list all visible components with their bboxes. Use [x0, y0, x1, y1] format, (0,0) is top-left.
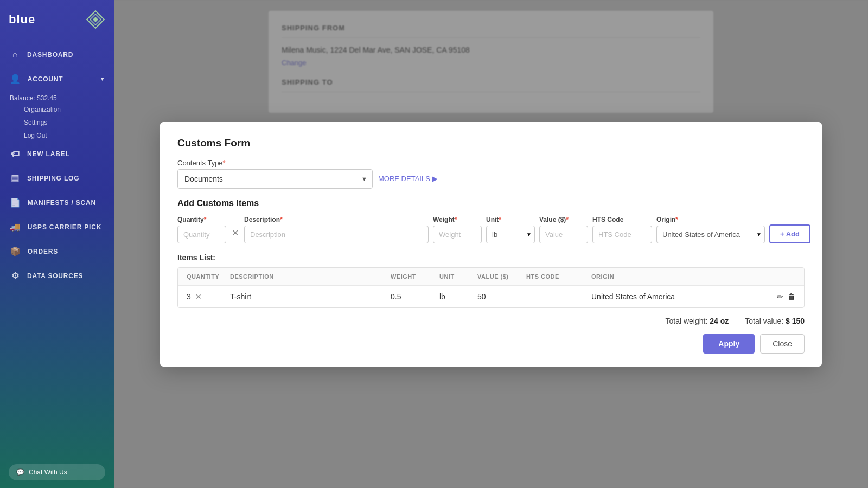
total-weight: Total weight: 24 oz — [666, 317, 729, 325]
sidebar-balance: Balance: $32.45 — [0, 91, 114, 103]
weight-field-group: Weight* — [433, 216, 482, 243]
sidebar-item-label: ORDERS — [28, 248, 58, 255]
add-item-button[interactable]: + Add — [769, 224, 810, 243]
unit-select[interactable]: lb oz kg g — [486, 226, 535, 243]
row-clear-button[interactable]: ✕ — [195, 292, 202, 301]
chat-button[interactable]: 💬 Chat With Us — [9, 464, 105, 480]
delete-row-button[interactable]: 🗑 — [788, 292, 795, 301]
sidebar-item-shipping-log[interactable]: ▤ SHIPPING LOG — [0, 166, 114, 190]
sidebar-sub-organization[interactable]: Organization — [0, 103, 114, 116]
sidebar-sub-logout[interactable]: Log Out — [0, 129, 114, 142]
main-content: SHIPPING FROM Milena Music, 1224 Del Mar… — [114, 0, 868, 488]
col-description: DESCRIPTION — [230, 273, 391, 280]
contents-type-select-wrap: Documents Gift Merchandise Returned Good… — [177, 169, 373, 189]
sidebar-item-usps-carrier[interactable]: 🚚 USPS CARRIER PICK — [0, 215, 114, 239]
chevron-right-icon: ▶ — [432, 175, 438, 183]
weight-label: Weight* — [433, 216, 482, 223]
sidebar-sub-settings[interactable]: Settings — [0, 116, 114, 129]
row-quantity: 3 ✕ — [187, 292, 230, 301]
data-sources-icon: ⚙ — [10, 271, 21, 281]
chat-icon: 💬 — [16, 468, 24, 476]
row-description: T-shirt — [230, 292, 391, 301]
contents-type-select[interactable]: Documents Gift Merchandise Returned Good… — [177, 169, 373, 189]
value-input[interactable] — [539, 226, 588, 243]
total-value: Total value: $ 150 — [745, 317, 805, 325]
modal-footer: Apply Close — [177, 334, 805, 354]
weight-input[interactable] — [433, 226, 482, 243]
description-label: Description* — [244, 216, 429, 223]
quantity-label: Quantity* — [177, 216, 226, 223]
modal-overlay: Customs Form Contents Type* Documents Gi… — [114, 0, 868, 488]
log-icon: ▤ — [10, 173, 21, 183]
sidebar-item-label: ACCOUNT — [28, 75, 63, 83]
value-label: Value ($)* — [539, 216, 588, 223]
quantity-field-group: Quantity* — [177, 216, 226, 243]
sidebar-item-label: MANIFESTS / SCAN — [28, 199, 96, 207]
items-table: QUANTITY DESCRIPTION WEIGHT UNIT VALUE (… — [177, 267, 805, 308]
carrier-icon: 🚚 — [10, 222, 21, 232]
chat-label: Chat With Us — [29, 468, 67, 476]
items-list-title: Items List: — [177, 253, 805, 262]
col-hts-code: HTS CODE — [526, 273, 591, 280]
hts-code-label: HTS Code — [592, 216, 652, 223]
hts-code-field-group: HTS Code — [592, 216, 652, 243]
add-items-form: Quantity* ✕ Description* Weight* — [177, 216, 805, 243]
row-actions: ✏ 🗑 — [752, 292, 795, 301]
description-field-group: Description* — [244, 216, 429, 243]
sidebar-item-label: DATA SOURCES — [27, 272, 83, 280]
sidebar-item-label: NEW LABEL — [27, 150, 70, 158]
svg-marker-2 — [93, 17, 98, 22]
quantity-input[interactable] — [177, 226, 226, 243]
col-quantity: QUANTITY — [187, 273, 230, 280]
col-actions — [752, 273, 795, 280]
unit-label: Unit* — [486, 216, 535, 223]
contents-type-section: Contents Type* Documents Gift Merchandis… — [177, 159, 805, 189]
hts-code-input[interactable] — [592, 226, 652, 243]
customs-form-modal: Customs Form Contents Type* Documents Gi… — [160, 122, 822, 367]
chevron-down-icon: ▾ — [101, 76, 104, 82]
sidebar-bottom: 💬 Chat With Us — [0, 457, 114, 488]
value-field-group: Value ($)* — [539, 216, 588, 243]
account-icon: 👤 — [10, 74, 21, 84]
sidebar-item-dashboard[interactable]: ⌂ DASHBOARD — [0, 43, 114, 67]
dashboard-icon: ⌂ — [10, 50, 21, 60]
row-weight: 0.5 — [391, 292, 439, 301]
sidebar-item-label: SHIPPING LOG — [27, 175, 79, 182]
sidebar-item-label: USPS CARRIER PICK — [28, 223, 101, 231]
orders-icon: 📦 — [10, 246, 21, 256]
origin-label: Origin* — [656, 216, 765, 223]
label-icon: 🏷 — [10, 149, 21, 159]
apply-button[interactable]: Apply — [703, 334, 755, 354]
sidebar-item-label: DASHBOARD — [27, 51, 73, 59]
col-origin: ORIGIN — [591, 273, 752, 280]
unit-field-group: Unit* lb oz kg g ▼ — [486, 216, 535, 243]
edit-row-button[interactable]: ✏ — [777, 292, 783, 301]
sidebar-logo: blue — [9, 12, 35, 27]
manifests-icon: 📄 — [10, 197, 21, 208]
row-unit: lb — [439, 292, 477, 301]
add-customs-items-title: Add Customs Items — [177, 198, 805, 208]
row-origin: United States of America — [591, 292, 752, 301]
quantity-value: 3 — [187, 292, 191, 301]
sidebar-item-new-label[interactable]: 🏷 NEW LABEL — [0, 142, 114, 166]
sidebar-item-data-sources[interactable]: ⚙ DATA SOURCES — [0, 264, 114, 288]
totals-row: Total weight: 24 oz Total value: $ 150 — [177, 317, 805, 325]
sidebar-nav: ⌂ DASHBOARD 👤 ACCOUNT ▾ Balance: $32.45 … — [0, 37, 114, 457]
sidebar-header: blue — [0, 0, 114, 37]
clear-quantity-button[interactable]: ✕ — [231, 223, 240, 242]
origin-field-group: Origin* United States of America Canada … — [656, 216, 765, 243]
close-button[interactable]: Close — [760, 334, 805, 354]
contents-type-label: Contents Type* — [177, 159, 805, 167]
sidebar-item-account[interactable]: 👤 ACCOUNT ▾ — [0, 67, 114, 91]
row-value: 50 — [477, 292, 526, 301]
table-row: 3 ✕ T-shirt 0.5 lb 50 United States of A… — [178, 286, 804, 307]
description-input[interactable] — [244, 226, 429, 243]
sidebar-item-orders[interactable]: 📦 ORDERS — [0, 239, 114, 264]
modal-title: Customs Form — [177, 137, 805, 149]
sidebar: blue ⌂ DASHBOARD 👤 ACCOUNT ▾ Balance: $3… — [0, 0, 114, 488]
col-unit: UNIT — [439, 273, 477, 280]
sidebar-item-manifests[interactable]: 📄 MANIFESTS / SCAN — [0, 190, 114, 215]
col-weight: WEIGHT — [391, 273, 439, 280]
more-details-link[interactable]: MORE DETAILS ▶ — [378, 175, 438, 183]
origin-select[interactable]: United States of America Canada Mexico C… — [656, 226, 765, 243]
